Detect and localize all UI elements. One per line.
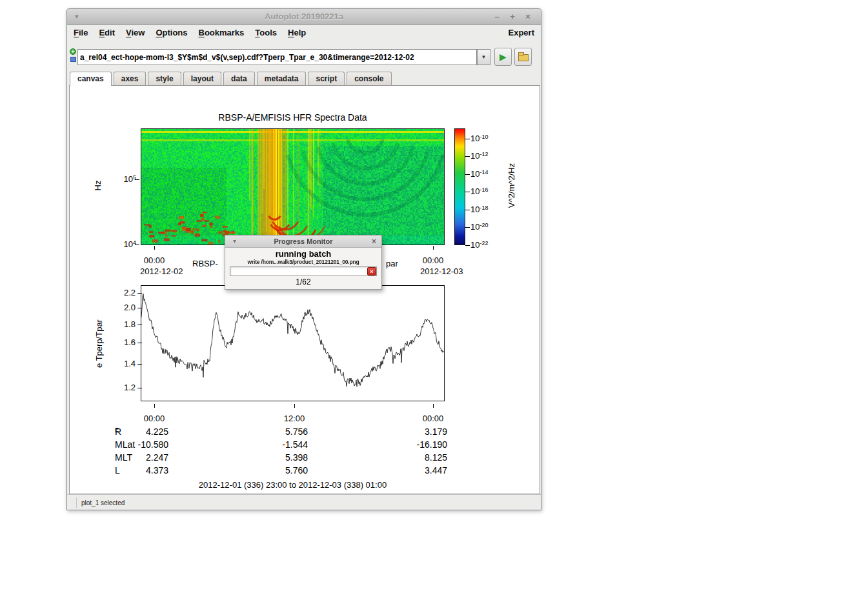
plot-canvas-panel: RBSP-A/EMFISIS HFR Spectra Data Hz 105 1… (69, 85, 540, 494)
plot2-ytick-label: 2.0 (107, 303, 136, 313)
menu-tools[interactable]: Tools (255, 28, 277, 37)
colorbar-tick-label: 10-20 (470, 222, 512, 232)
main-tabs: canvas axes style layout data metadata s… (70, 72, 538, 85)
lineplot[interactable] (141, 285, 445, 401)
tab-axes[interactable]: axes (114, 72, 146, 85)
colorbar-tick-label: 10-18 (470, 205, 512, 215)
progress-monitor-dialog: ▾ Progress Monitor × running batch write… (225, 235, 382, 290)
plot2-ytick-label: 2.2 (107, 288, 136, 298)
menu-edit[interactable]: Edit (99, 28, 115, 37)
colorbar-tick-label: 10-14 (470, 169, 512, 179)
menu-file[interactable]: File (74, 28, 88, 37)
uri-input[interactable] (77, 49, 477, 65)
colorbar-tick-label: 10-10 (470, 134, 512, 144)
plot2-partial-title-right: par (386, 259, 398, 268)
menu-help[interactable]: Help (288, 28, 306, 37)
autoplot-window: ▾ Autoplot 20190221a – + × File Edit Vie… (66, 8, 541, 510)
colorbar-tick-label: 10-12 (470, 151, 512, 161)
tab-console[interactable]: console (347, 72, 391, 85)
close-icon[interactable]: × (372, 237, 376, 246)
window-title: Autoplot 20190221a (67, 12, 541, 21)
table-cell: 4.373 (110, 465, 168, 476)
table-cell: 5.398 (250, 452, 308, 463)
colorbar-tick-label: 10-16 (470, 186, 512, 197)
tab-canvas[interactable]: canvas (70, 72, 112, 86)
address-toolbar: + ▼ ▶ (67, 39, 541, 72)
plot1-ytick-label: 104 (105, 239, 133, 250)
plot2-xtick-label: 00:00 (419, 414, 447, 423)
minimize-button[interactable]: – (492, 12, 502, 22)
table-cell: 2.247 (110, 452, 168, 463)
go-button[interactable]: ▶ (494, 48, 512, 66)
table-cell: 5.756 (250, 426, 308, 437)
menu-options[interactable]: Options (156, 28, 187, 37)
uri-dropdown-button[interactable]: ▼ (477, 49, 490, 65)
progress-count: 1/62 (225, 277, 381, 286)
folder-icon (518, 54, 529, 61)
table-cell: -1.544 (250, 439, 308, 450)
plot2-ytick-label: 1.2 (107, 383, 136, 393)
plot1-y-axis-label: Hz (93, 181, 103, 191)
cancel-icon: × (370, 268, 373, 275)
progress-dialog-titlebar[interactable]: ▾ Progress Monitor × (225, 235, 381, 248)
add-plot-icon[interactable]: + (70, 48, 76, 55)
grid-icon[interactable] (70, 57, 76, 62)
run-icon: ▶ (500, 52, 507, 61)
plot2-y-axis-label: e Tperp/Tpar (94, 319, 104, 368)
table-cell: -10.580 (110, 439, 168, 450)
plot2-xtick-label: 12:00 (280, 414, 308, 423)
tab-data[interactable]: data (223, 72, 255, 85)
plot1-xtick-date: 2012-12-02 (140, 266, 183, 276)
plot1-xtick-time: 00:00 (140, 255, 168, 265)
plot2-partial-title-left: RBSP- (192, 259, 218, 268)
statusbar-divider (76, 497, 77, 508)
colorbar-tick-label: 10-22 (470, 240, 512, 250)
progress-detail-label: write /hom...walk3/product_20121201_00.p… (225, 259, 381, 265)
plot1-title: RBSP-A/EMFISIS HFR Spectra Data (141, 112, 445, 123)
table-cell: 8.125 (389, 452, 447, 463)
plot1-xtick-time: 00:00 (419, 255, 447, 265)
plot2-ytick-label: 1.8 (107, 319, 136, 330)
table-cell: -16.190 (389, 439, 447, 450)
spectrogram-canvas[interactable] (141, 129, 444, 245)
cancel-button[interactable]: × (367, 267, 376, 275)
plot2-ytick-label: 1.4 (107, 359, 136, 369)
menubar: File Edit View Options Bookmarks Tools H… (67, 25, 541, 39)
plot1-xtick-date: 2012-12-03 (420, 266, 463, 276)
maximize-button[interactable]: + (507, 12, 518, 22)
expert-mode-label[interactable]: Expert (509, 28, 534, 37)
plot2-xtick-label: 00:00 (140, 414, 168, 423)
tab-layout[interactable]: layout (183, 72, 221, 85)
progress-dialog-title: Progress Monitor (225, 237, 381, 245)
close-button[interactable]: × (523, 12, 533, 22)
lineplot-canvas[interactable] (141, 286, 444, 401)
open-file-button[interactable] (514, 48, 532, 66)
menu-view[interactable]: View (126, 28, 145, 37)
tab-metadata[interactable]: metadata (257, 72, 307, 85)
progress-task-label: running batch (225, 249, 381, 259)
table-cell: 5.760 (250, 465, 308, 476)
chevron-down-icon: ▼ (481, 54, 487, 60)
timerange-footer: 2012-12-01 (336) 23:00 to 2012-12-03 (33… (141, 480, 445, 490)
colorbar[interactable] (454, 128, 465, 245)
progress-bar: × (230, 266, 377, 276)
tab-script[interactable]: script (308, 72, 345, 85)
plot1-ytick-label: 105 (105, 174, 133, 185)
table-cell: 3.179 (389, 426, 447, 437)
table-cell: 3.447 (389, 465, 447, 476)
menu-bookmarks[interactable]: Bookmarks (199, 28, 245, 37)
window-titlebar[interactable]: ▾ Autoplot 20190221a – + × (67, 9, 541, 25)
statusbar-text: plot_1 selected (81, 499, 125, 506)
colorbar-axis-label: V^2/m^2/Hz (507, 163, 516, 208)
spectrogram-plot[interactable] (141, 128, 445, 245)
tab-style[interactable]: style (148, 72, 181, 85)
statusbar: plot_1 selected (67, 494, 541, 511)
table-cell: 4.225 (110, 426, 168, 437)
plot2-ytick-label: 1.6 (107, 337, 136, 348)
